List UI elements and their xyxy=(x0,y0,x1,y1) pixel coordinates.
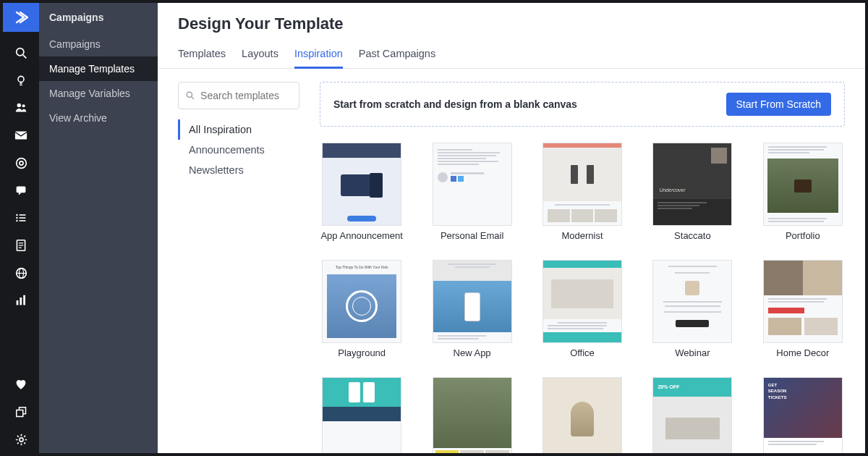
template-card[interactable] xyxy=(430,377,514,453)
template-thumbnail xyxy=(542,260,622,343)
svg-point-6 xyxy=(22,104,25,107)
svg-rect-28 xyxy=(16,410,22,416)
rail-search[interactable] xyxy=(3,39,39,67)
copy-icon xyxy=(16,407,27,418)
list-icon xyxy=(15,213,27,223)
start-from-scratch-button[interactable]: Start From Scratch xyxy=(726,93,831,116)
search-box[interactable] xyxy=(178,82,299,109)
filter-list: All Inspiration Announcements Newsletter… xyxy=(178,119,299,180)
template-label: Portfolio xyxy=(786,230,820,241)
template-card[interactable]: Home Decor xyxy=(761,260,845,358)
start-from-scratch-banner: Start from scratch and design from a bla… xyxy=(320,82,845,127)
tab-past-campaigns[interactable]: Past Campaigns xyxy=(359,43,435,68)
rail-contacts[interactable] xyxy=(3,94,39,122)
svg-point-2 xyxy=(18,76,24,82)
rail-list[interactable] xyxy=(3,204,39,232)
tab-bar: Templates Layouts Inspiration Past Campa… xyxy=(158,43,865,69)
svg-point-5 xyxy=(17,104,21,107)
filter-announcements[interactable]: Announcements xyxy=(178,140,299,160)
svg-point-13 xyxy=(16,217,17,219)
side-item-view-archive[interactable]: View Archive xyxy=(39,106,158,130)
page-title: Design Your Template xyxy=(158,3,865,43)
icon-rail xyxy=(3,3,39,453)
svg-line-31 xyxy=(192,97,194,99)
rail-settings[interactable] xyxy=(3,426,39,453)
target-icon xyxy=(15,157,27,169)
gear-icon xyxy=(15,434,27,446)
template-thumbnail: Undercover xyxy=(652,143,732,226)
rail-reports[interactable] xyxy=(3,287,39,314)
bulb-icon xyxy=(15,75,27,86)
template-card[interactable]: 20% OFF xyxy=(650,377,734,453)
rail-ideas[interactable] xyxy=(3,67,39,94)
template-thumbnail xyxy=(433,143,512,226)
side-item-manage-variables[interactable]: Manage Variables xyxy=(39,81,158,106)
template-card[interactable]: GETSEASONTICKETS xyxy=(761,377,845,453)
tab-inspiration[interactable]: Inspiration xyxy=(294,43,343,69)
template-card[interactable]: Personal Email xyxy=(430,143,514,241)
rail-chat[interactable] xyxy=(3,177,39,204)
scratch-text: Start from scratch and design from a bla… xyxy=(333,98,577,110)
side-panel-header: Campaigns xyxy=(39,3,158,32)
tab-layouts[interactable]: Layouts xyxy=(242,43,278,68)
template-thumbnail xyxy=(322,377,401,453)
template-thumbnail xyxy=(322,143,401,226)
svg-point-15 xyxy=(16,220,17,221)
filter-all-inspiration[interactable]: All Inspiration xyxy=(178,119,299,140)
template-label: Webinar xyxy=(675,347,710,358)
template-card[interactable]: UndercoverStaccato xyxy=(650,143,734,241)
template-label: Home Decor xyxy=(776,347,829,358)
svg-point-0 xyxy=(16,48,23,55)
main-area: Design Your Template Templates Layouts I… xyxy=(158,3,865,453)
template-card[interactable]: Modernist xyxy=(540,143,624,241)
filter-newsletters[interactable]: Newsletters xyxy=(178,160,299,180)
svg-rect-24 xyxy=(17,300,19,305)
template-thumbnail: GETSEASONTICKETS xyxy=(763,377,843,453)
rail-favorites[interactable] xyxy=(3,371,39,398)
template-card[interactable] xyxy=(540,377,624,453)
document-icon xyxy=(16,240,26,251)
template-card[interactable]: Office xyxy=(540,260,624,358)
template-card[interactable]: Webinar xyxy=(650,260,734,358)
template-thumbnail: 20% OFF xyxy=(652,377,732,453)
template-card[interactable] xyxy=(320,377,404,453)
rail-copy[interactable] xyxy=(3,398,39,426)
template-label: Playground xyxy=(338,347,386,358)
side-panel: Campaigns Campaigns Manage Templates Man… xyxy=(39,3,158,453)
template-thumbnail xyxy=(433,260,512,343)
template-card[interactable]: Portfolio xyxy=(761,143,845,241)
template-label: New App xyxy=(454,347,491,358)
svg-point-9 xyxy=(19,161,22,164)
template-label: App Announcement xyxy=(320,230,402,241)
template-card[interactable]: New App xyxy=(430,260,514,358)
svg-rect-7 xyxy=(15,132,27,140)
svg-rect-25 xyxy=(20,297,22,305)
template-card[interactable]: App Announcement xyxy=(320,143,404,241)
svg-line-1 xyxy=(23,55,26,58)
template-thumbnail: Top Things To Do With Your Kids xyxy=(322,260,401,343)
svg-rect-10 xyxy=(17,186,26,193)
app-logo[interactable] xyxy=(3,3,39,32)
envelope-icon xyxy=(14,130,27,140)
template-card[interactable]: Top Things To Do With Your KidsPlaygroun… xyxy=(320,260,404,358)
svg-point-11 xyxy=(16,214,17,216)
svg-point-29 xyxy=(19,437,22,441)
side-item-campaigns[interactable]: Campaigns xyxy=(39,32,158,56)
search-icon xyxy=(186,90,195,101)
template-label: Personal Email xyxy=(441,230,503,241)
svg-point-8 xyxy=(16,158,26,168)
template-label: Staccato xyxy=(674,230,711,241)
template-grid: App AnnouncementPersonal EmailModernistU… xyxy=(320,143,845,453)
template-thumbnail xyxy=(542,143,622,226)
rail-automations[interactable] xyxy=(3,149,39,177)
chat-icon xyxy=(15,185,27,196)
rail-campaigns[interactable] xyxy=(3,122,39,149)
rail-doc[interactable] xyxy=(3,232,39,259)
rail-web[interactable] xyxy=(3,259,39,287)
side-item-manage-templates[interactable]: Manage Templates xyxy=(39,56,158,81)
template-label: Modernist xyxy=(561,230,603,241)
tab-templates[interactable]: Templates xyxy=(178,43,226,68)
search-input[interactable] xyxy=(200,90,292,101)
search-icon xyxy=(15,47,27,59)
svg-point-30 xyxy=(187,92,192,97)
